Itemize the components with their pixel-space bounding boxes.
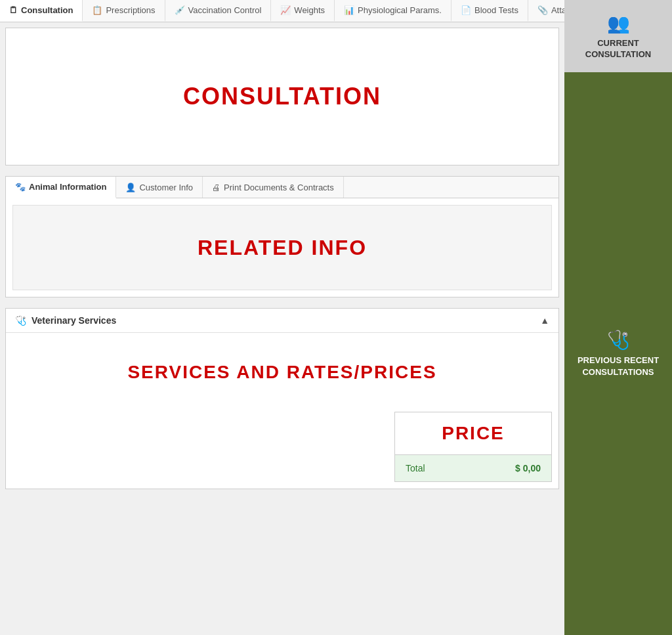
services-rates-heading: SERVICES AND RATES/PRICES [127,362,436,383]
tab-blood-tests-label: Blood Tests [474,5,518,15]
sidebar-current-consultation[interactable]: 👥 CURRENT CONSULTATION [564,0,672,72]
customer-info-tab-icon: 👤 [125,183,136,192]
vet-services-section: 🩺 Veterinary Services ▲ SERVICES AND RAT… [5,308,559,489]
current-consultation-icon: 👥 [607,12,630,34]
top-tabs-bar: 🗒 Consultation 📋 Prescriptions 💉 Vaccina… [0,0,564,22]
sidebar: 👥 CURRENT CONSULTATION 🩺 PREVIOUS RECENT… [564,0,672,635]
tab-animal-information-label: Animal Information [29,182,106,192]
vet-services-title-label: Veterinary Services [32,315,116,326]
consultation-tab-icon: 🗒 [9,5,18,15]
vet-services-title: 🩺 Veterinary Services [15,315,116,326]
weights-tab-icon: 📈 [280,5,291,15]
price-heading: PRICE [442,423,505,443]
price-total-row: Total $ 0,00 [395,455,551,481]
sidebar-previous-label: PREVIOUS RECENT CONSULTATIONS [570,355,667,378]
sidebar-current-label: CURRENT CONSULTATION [570,38,667,60]
blood-tests-tab-icon: 📄 [461,5,471,15]
related-info-heading: RELATED INFO [198,236,367,260]
services-rates-content: SERVICES AND RATES/PRICES [6,333,558,412]
price-header: PRICE [395,412,551,455]
tab-physiological-label: Physiological Params. [358,5,442,15]
animal-info-tab-icon: 🐾 [15,182,26,192]
price-box: PRICE Total $ 0,00 [394,412,552,482]
tab-weights[interactable]: 📈 Weights [271,0,335,22]
tab-weights-label: Weights [294,5,325,15]
previous-consultations-icon: 🩺 [607,329,630,351]
chevron-up-icon: ▲ [540,315,549,326]
vaccination-tab-icon: 💉 [175,5,185,15]
tab-prescriptions[interactable]: 📋 Prescriptions [83,0,165,22]
tab-vaccination[interactable]: 💉 Vaccination Control [165,0,272,22]
vet-services-icon: 🩺 [15,315,26,326]
physiological-tab-icon: 📊 [344,5,354,15]
vet-services-header[interactable]: 🩺 Veterinary Services ▲ [6,309,558,333]
total-label: Total [406,463,425,473]
tab-print-documents[interactable]: 🖨 Print Documents & Contracts [203,177,344,198]
print-docs-tab-icon: 🖨 [212,183,220,192]
tab-consultation[interactable]: 🗒 Consultation [0,0,83,22]
attachments-tab-icon: 📎 [537,5,548,15]
main-content: 🗒 Consultation 📋 Prescriptions 💉 Vaccina… [0,0,564,635]
consultation-heading: CONSULTATION [183,83,381,110]
tab-prescriptions-label: Prescriptions [106,5,155,15]
price-section: PRICE Total $ 0,00 [12,412,552,482]
related-info-tabs: 🐾 Animal Information 👤 Customer Info 🖨 P… [6,177,558,198]
prescriptions-tab-icon: 📋 [92,5,102,15]
tab-animal-information[interactable]: 🐾 Animal Information [6,177,116,198]
consultation-panel: CONSULTATION [5,28,559,165]
tab-consultation-label: Consultation [21,5,73,15]
related-info-content: RELATED INFO [12,205,552,290]
sidebar-previous-consultations[interactable]: 🩺 PREVIOUS RECENT CONSULTATIONS [564,72,672,635]
tab-blood-tests[interactable]: 📄 Blood Tests [452,0,528,22]
tab-print-documents-label: Print Documents & Contracts [224,183,334,192]
tab-customer-info[interactable]: 👤 Customer Info [116,177,203,198]
tab-customer-info-label: Customer Info [139,183,193,192]
related-info-section: 🐾 Animal Information 👤 Customer Info 🖨 P… [5,176,559,297]
tab-vaccination-label: Vaccination Control [188,5,262,15]
total-value: $ 0,00 [515,463,541,473]
tab-physiological[interactable]: 📊 Physiological Params. [335,0,452,22]
